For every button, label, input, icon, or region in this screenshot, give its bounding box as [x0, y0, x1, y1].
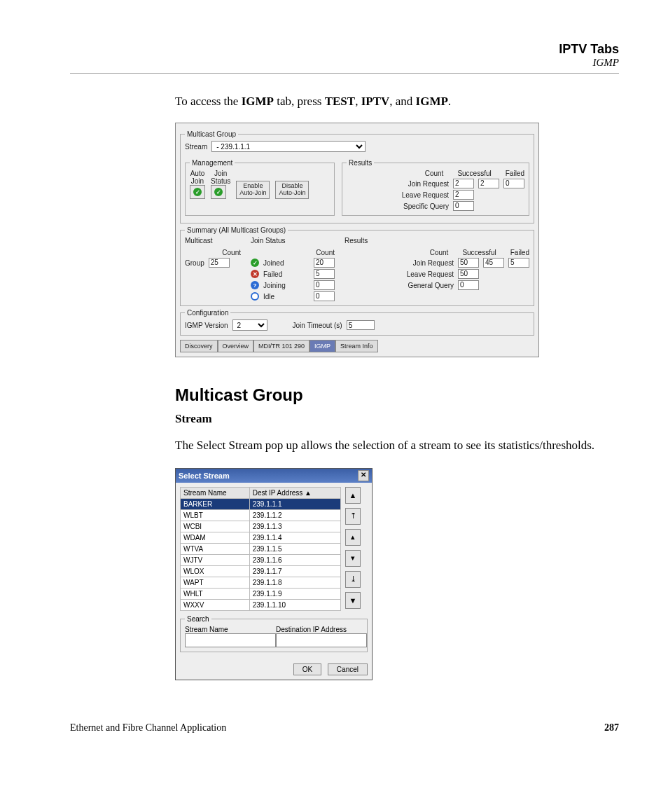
col-stream-name[interactable]: Stream Name [181, 487, 250, 498]
join-timeout-label: Join Timeout (s) [293, 322, 342, 329]
tab-mdi[interactable]: MDI/TR 101 290 [253, 340, 309, 352]
tab-stream-info[interactable]: Stream Info [335, 340, 378, 352]
search-stream-label: Stream Name [185, 626, 272, 633]
body-text: The Select Stream pop up allows the sele… [175, 438, 619, 454]
join-status-indicator: ✓ [211, 185, 226, 199]
search-stream-input[interactable] [185, 633, 276, 647]
jr-fail: 0 [503, 179, 524, 188]
summary-fieldset: Summary (All Multicast Groups) Multicast… [180, 226, 534, 306]
results-fieldset: Results Count Successful Failed Join Req… [342, 159, 529, 216]
scroll-top-button[interactable]: ▲ [345, 487, 361, 504]
auto-join-label: Auto Join [190, 170, 205, 185]
circle-icon [251, 292, 259, 301]
page-number: 287 [604, 722, 619, 734]
table-row[interactable]: WLBT239.1.1.2 [181, 509, 341, 521]
scroll-up-button[interactable]: ▴ [345, 529, 361, 546]
auto-join-button[interactable]: ✓ [190, 185, 205, 199]
leave-request-label: Leave Request [402, 191, 449, 199]
tab-igmp[interactable]: IGMP [309, 340, 335, 352]
sq-count: 0 [453, 201, 474, 211]
jr-count: 2 [453, 179, 474, 188]
cancel-button[interactable]: Cancel [328, 663, 368, 675]
check-icon: ✓ [251, 259, 259, 267]
table-row[interactable]: WLOX239.1.1.7 [181, 565, 341, 577]
header-rule [70, 73, 619, 74]
management-legend: Management [190, 159, 235, 167]
table-row[interactable]: WAPT239.1.1.8 [181, 577, 341, 588]
section-title: Multicast Group [175, 385, 619, 405]
header-subtitle: IGMP [70, 57, 619, 69]
ok-button[interactable]: OK [293, 663, 321, 675]
jr-succ: 2 [478, 179, 499, 188]
join-timeout-input[interactable] [347, 320, 375, 330]
management-fieldset: Management Auto Join ✓ Join Status ✓ Ena… [185, 159, 335, 216]
table-row[interactable]: WHLT239.1.1.9 [181, 588, 341, 599]
search-ip-label: Destination IP Address [276, 626, 363, 633]
configuration-fieldset: Configuration IGMP Version 2 Join Timeou… [180, 309, 534, 336]
x-icon: ✕ [251, 270, 259, 278]
igmp-panel: Multicast Group Stream - 239.1.1.1 Manag… [175, 123, 539, 357]
stream-dropdown[interactable]: - 239.1.1.1 [211, 141, 366, 152]
header-title: IPTV Tabs [70, 42, 619, 57]
join-status-label: Join Status [211, 170, 230, 185]
table-row[interactable]: BARKER239.1.1.1 [181, 498, 341, 509]
scroll-down-button[interactable]: ▾ [345, 550, 361, 567]
tab-overview[interactable]: Overview [218, 340, 254, 352]
check-icon: ✓ [193, 188, 202, 196]
tab-bar: Discovery Overview MDI/TR 101 290 IGMP S… [180, 340, 534, 352]
question-icon: ? [251, 281, 259, 289]
table-row[interactable]: WTVA239.1.1.5 [181, 543, 341, 554]
mg-legend: Multicast Group [185, 130, 238, 138]
page-header: IPTV Tabs IGMP [70, 42, 619, 69]
results-legend: Results [347, 159, 374, 167]
stream-label: Stream [185, 143, 207, 151]
page-footer: Ethernet and Fibre Channel Application 2… [70, 722, 619, 734]
table-row[interactable]: WDAM239.1.1.4 [181, 532, 341, 543]
enable-auto-join-button[interactable]: Enable Auto-Join [236, 181, 270, 199]
igmp-version-label: IGMP Version [185, 322, 228, 329]
intro-text: To access the IGMP tab, press TEST, IPTV… [175, 95, 619, 109]
table-row[interactable]: WCBI239.1.1.3 [181, 521, 341, 532]
multicast-group-fieldset: Multicast Group Stream - 239.1.1.1 Manag… [180, 130, 534, 223]
dialog-titlebar: Select Stream ✕ [176, 469, 372, 483]
summary-legend: Summary (All Multicast Groups) [185, 226, 288, 234]
select-stream-dialog: Select Stream ✕ Stream Name Dest IP Addr… [175, 468, 373, 680]
table-row[interactable]: WJTV239.1.1.6 [181, 554, 341, 565]
disable-auto-join-button[interactable]: Disable Auto-Join [275, 181, 309, 199]
lr-count: 2 [453, 190, 474, 200]
join-request-label: Join Request [408, 180, 449, 188]
igmp-version-select[interactable]: 2 [232, 319, 267, 331]
stream-table[interactable]: Stream Name Dest IP Address ▲ BARKER239.… [180, 487, 341, 611]
search-fieldset: Search Stream Name Destination IP Addres… [180, 615, 368, 652]
specific-query-label: Specific Query [403, 202, 449, 210]
col-dest-ip[interactable]: Dest IP Address ▲ [249, 487, 340, 498]
dialog-title: Select Stream [179, 472, 230, 480]
group-count: 25 [209, 258, 230, 268]
page-up-button[interactable]: ⤒ [345, 508, 361, 525]
search-ip-input[interactable] [276, 633, 367, 647]
scroll-bottom-button[interactable]: ▼ [345, 592, 361, 609]
page-down-button[interactable]: ⤓ [345, 571, 361, 588]
table-row[interactable]: WXXV239.1.1.10 [181, 599, 341, 610]
footer-left: Ethernet and Fibre Channel Application [70, 722, 226, 734]
check-icon: ✓ [214, 188, 223, 196]
tab-discovery[interactable]: Discovery [180, 340, 218, 352]
config-legend: Configuration [185, 309, 230, 317]
close-icon[interactable]: ✕ [358, 470, 369, 481]
section-subhead: Stream [175, 412, 619, 426]
